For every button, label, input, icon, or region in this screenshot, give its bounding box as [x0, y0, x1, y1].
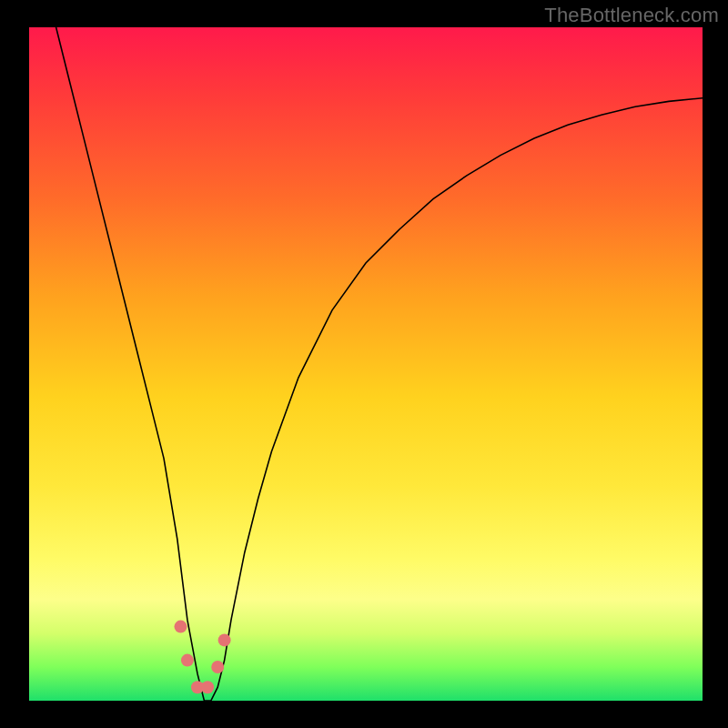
curve-marker — [218, 633, 231, 646]
watermark-text: TheBottleneck.com — [544, 4, 719, 27]
chart-frame: TheBottleneck.com — [0, 0, 728, 728]
curve-marker — [175, 621, 187, 633]
curve-marker — [181, 654, 194, 667]
curve-marker — [211, 661, 224, 673]
curve-marker — [201, 681, 214, 693]
plot-area — [29, 27, 703, 701]
curve-svg — [29, 27, 703, 701]
bottleneck-curve — [56, 27, 703, 701]
curve-markers — [175, 621, 231, 694]
